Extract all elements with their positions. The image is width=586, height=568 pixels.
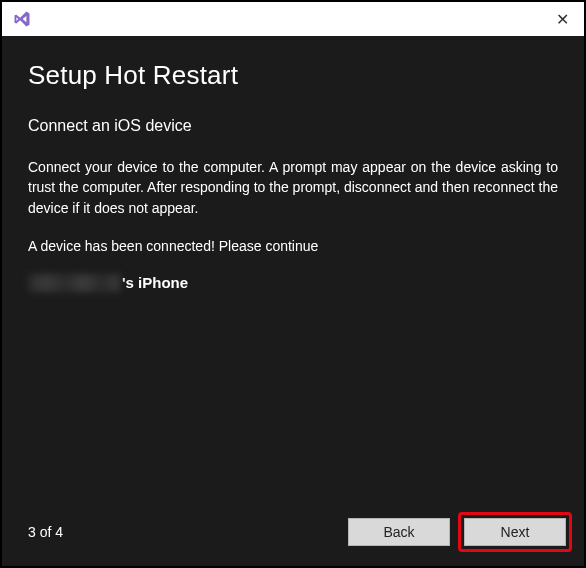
next-button[interactable]: Next (464, 518, 566, 546)
titlebar: ✕ (2, 2, 584, 36)
instruction-text: Connect your device to the computer. A p… (28, 157, 558, 218)
page-indicator: 3 of 4 (28, 524, 63, 540)
device-owner-redacted (28, 274, 120, 292)
close-button[interactable]: ✕ (550, 7, 574, 31)
device-suffix: 's iPhone (122, 274, 188, 291)
back-button[interactable]: Back (348, 518, 450, 546)
wizard-body: Setup Hot Restart Connect an iOS device … (2, 36, 584, 566)
wizard-dialog: ✕ Setup Hot Restart Connect an iOS devic… (0, 0, 586, 568)
visual-studio-logo-icon (12, 9, 32, 29)
status-text: A device has been connected! Please cont… (28, 238, 558, 254)
page-subtitle: Connect an iOS device (28, 117, 558, 135)
close-icon: ✕ (556, 10, 569, 29)
connected-device: 's iPhone (28, 274, 558, 292)
wizard-footer: 3 of 4 Back Next (28, 512, 572, 552)
wizard-buttons: Back Next (348, 512, 572, 552)
next-button-highlight: Next (458, 512, 572, 552)
page-title: Setup Hot Restart (28, 60, 558, 91)
